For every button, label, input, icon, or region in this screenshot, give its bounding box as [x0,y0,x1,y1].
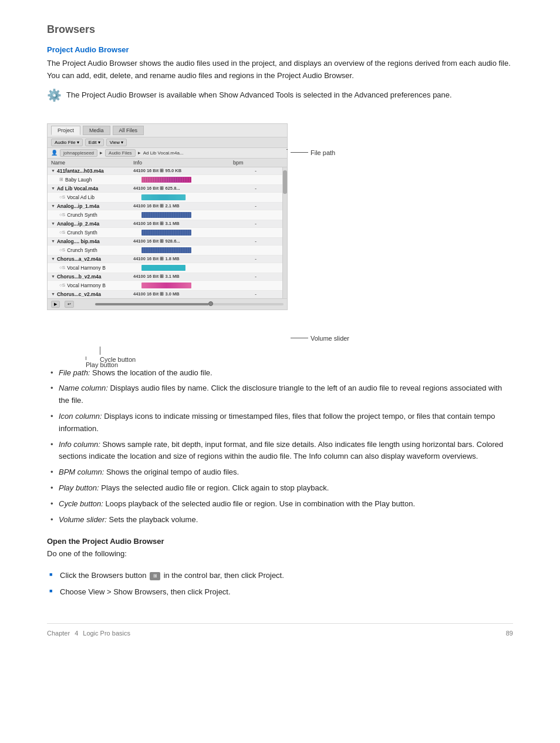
row-info: 44100 16 Bit ⊞ 1.8 MB [133,256,233,261]
row-name: ⊞ Baby Laugh [59,177,141,183]
row-name: ▼ Chorus...a_v2.m4a [51,256,133,262]
row-bpm: - [233,203,257,209]
browser-toolbar-actions: Audio File ▾ Edit ▾ View ▾ [48,137,287,148]
table-row[interactable]: ▼ Analog.... bip.m4a 44100 16 Bit ⊞ 928.… [48,238,287,246]
list-item: Volume slider: Sets the playback volume. [47,512,513,528]
bullet-list: File path: Shows the location of the aud… [47,365,513,528]
annotation-volume-slider: Volume slider [291,335,349,342]
row-bpm: - [233,291,257,297]
table-row[interactable]: ▼ Analog...ip_2.m4a 44100 16 Bit ⊞ 3.1 M… [48,220,287,228]
table-row[interactable]: ○S Crunch Synth [48,246,287,255]
row-name: ○S Vocal Harmony B [59,265,141,271]
breadcrumb-user[interactable]: johnappleseed [60,149,97,157]
table-row[interactable]: ○S Crunch Synth [48,228,287,238]
row-info: 44100 16 Bit ⊞ 3.1 MB [133,221,233,226]
table-row[interactable]: ○S Vocal Harmony B [48,281,287,291]
row-bpm: - [233,186,257,191]
row-info: 44100 16 Bit ⊞ 95.0 KB [133,168,233,173]
user-icon: 👤 [51,150,58,156]
row-info [141,211,241,219]
list-item: Name column: Displays audio files by nam… [47,381,513,409]
row-info: 44100 16 Bit ⊞ 3.0 MB [133,291,233,297]
list-item: File path: Shows the location of the aud… [47,365,513,381]
edit-btn[interactable]: Edit ▾ [85,139,104,146]
row-name: ▼ Ad Lib Vocal.m4a [51,186,133,191]
footer-chapter-label: Chapter [47,630,70,637]
term-icon-col: Icon column: [59,412,102,421]
browser-mockup: Project Media All Files Audio File ▾ Edi… [47,123,288,310]
section-title: Browsers [47,23,513,36]
open-section-subtitle: Do one of the following: [47,548,513,560]
breadcrumb-sep1: ▸ [100,150,103,156]
browser-footer: ▶ ↩ [48,298,287,310]
table-row[interactable]: ○S Crunch Synth [48,210,287,220]
row-name: ○S Crunch Synth [59,230,141,236]
row-info [141,228,241,237]
table-row[interactable]: ⊞ Baby Laugh [48,175,287,185]
volume-slider[interactable] [95,303,284,305]
row-bpm: - [233,221,257,226]
footer-chapter-number: 4 [75,630,78,637]
table-row[interactable]: ▼ Chorus...b_v2.m4a 44100 16 Bit ⊞ 3.1 M… [48,273,287,281]
row-bpm: - [233,274,257,279]
annotation-file-path-label: File path [311,149,335,156]
list-item: BPM column: Shows the original tempo of … [47,465,513,480]
term-name-col: Name column: [59,384,108,392]
row-bpm: - [233,168,257,173]
row-name: ▼ Analog.... bip.m4a [51,238,133,244]
view-btn[interactable]: View ▾ [106,139,127,146]
cycle-button[interactable]: ↩ [65,301,74,308]
term-info-col: Info column: [59,440,100,449]
list-item: Icon column: Displays icons to indicate … [47,409,513,437]
row-name: ▼ Chorus...c_v2.m4a [51,291,133,297]
list-item: Info column: Shows sample rate, bit dept… [47,437,513,465]
col-header-bpm: bpm [233,160,257,166]
row-info [141,281,241,290]
open-section: Open the Project Audio Browser Do one of… [47,537,513,600]
row-info: 44100 16 Bit ⊞ 3.1 MB [133,274,233,279]
term-play-btn: Play button: [59,483,99,492]
term-file-path: File path: [59,368,90,377]
play-button[interactable]: ▶ [51,301,60,308]
subsection-title: Project Audio Browser [47,45,513,54]
row-name: ▼ Chorus...b_v2.m4a [51,274,133,280]
table-row[interactable]: ▼ Ad Lib Vocal.m4a 44100 16 Bit ⊞ 625.8.… [48,185,287,193]
term-bpm-col: BPM column: [59,468,104,476]
table-row[interactable]: ▼ Chorus...a_v2.m4a 44100 16 Bit ⊞ 1.8 M… [48,255,287,263]
page-footer: Chapter 4 Logic Pro basics 89 [47,623,513,637]
column-headers: Name Info bpm [48,159,287,167]
row-info: 44100 16 Bit ⊞ 2.1 MB [133,203,233,209]
term-vol-slider: Volume slider: [59,515,107,524]
row-info [141,246,241,254]
table-row[interactable]: ○S Vocal Ad Lib [48,193,287,203]
col-header-name: Name [51,160,133,166]
scrollbar[interactable] [282,167,287,298]
row-info: 44100 16 Bit ⊞ 625.8... [133,186,233,191]
table-row[interactable]: ○S Vocal Harmony B [48,263,287,273]
table-row[interactable]: ▼ Analog...ip_1.m4a 44100 16 Bit ⊞ 2.1 M… [48,203,287,210]
row-bpm: - [233,256,257,261]
breadcrumb-sep2: ▸ [138,150,141,156]
row-name: ○S Vocal Harmony B [59,283,141,288]
tab-allfiles[interactable]: All Files [113,126,144,135]
row-bpm: - [233,238,257,244]
annotation-file-path: File path [291,149,335,156]
footer-chapter-title: Logic Pro basics [83,630,130,637]
audio-file-btn[interactable]: Audio File ▾ [51,139,83,146]
tab-project[interactable]: Project [51,126,80,135]
table-row[interactable]: ▼ Chorus...c_v2.m4a 44100 16 Bit ⊞ 3.0 M… [48,291,287,298]
breadcrumb-audio-files[interactable]: Audio Files [105,149,136,157]
intro-text: The Project Audio Browser shows the audi… [47,58,513,82]
table-row[interactable]: ▼ 411fantaz...h03.m4a 44100 16 Bit ⊞ 95.… [48,167,287,175]
term-cycle-btn: Cycle button: [59,499,103,508]
row-info [141,176,241,184]
row-name: ○S Vocal Ad Lib [59,194,141,200]
breadcrumb-file: Ad Lib Vocal.m4a... [143,150,184,156]
inline-icon-browsers: ⊞ [150,572,160,580]
note-icon: ⚙️ [47,88,62,102]
tab-media[interactable]: Media [83,126,110,135]
list-item: Cycle button: Loops playback of the sele… [47,496,513,512]
list-item-browsers: Click the Browsers button ⊞ in the contr… [47,567,513,584]
breadcrumb-bar: 👤 johnappleseed ▸ Audio Files ▸ Ad Lib V… [48,148,287,159]
list-item: Play button: Plays the selected audio fi… [47,480,513,496]
